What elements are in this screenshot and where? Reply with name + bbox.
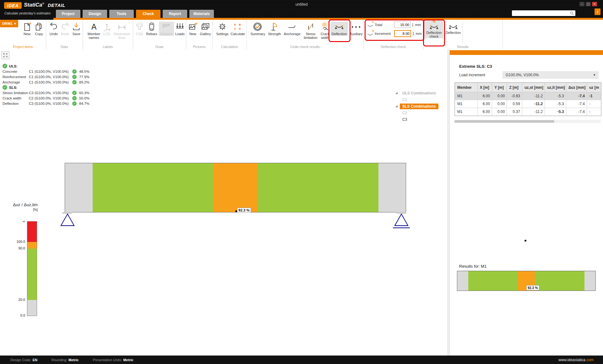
scale-title: Δuz / Δuz,lim (6, 202, 38, 207)
tab-project[interactable]: Project (56, 10, 80, 18)
group-results: % Deflection check Deflection Label extr… (423, 20, 503, 49)
table-column-header[interactable]: uz,st [mm] (522, 83, 545, 92)
table-cell: -5.3 (545, 108, 566, 116)
strength-button[interactable]: Strength (267, 22, 282, 36)
deflection-check-toggle-button[interactable]: % Deflection check (425, 20, 443, 38)
deflection-check-results-button[interactable]: Deflection (330, 22, 348, 36)
fit-view-button[interactable] (1, 51, 9, 59)
tree-expander-icon[interactable] (395, 105, 398, 107)
beam-result-view[interactable] (65, 163, 406, 212)
save-icon (71, 22, 81, 32)
tree-expander-icon[interactable] (395, 92, 398, 94)
stress-limitation-button[interactable]: Stress limitation (302, 22, 319, 40)
table-cell: -5.3 (545, 100, 566, 108)
check-row: AnchorageC1 (G100.0%, V100.0%)✓89.2% (3, 79, 97, 85)
table-cell: - (587, 100, 601, 108)
scale-tick-label: ∞ (23, 219, 25, 223)
increment-spinner[interactable]: ▲▼ (412, 32, 414, 36)
tab-check[interactable]: Check (136, 10, 160, 18)
tree-item-label: C3 (400, 117, 410, 122)
undo-button[interactable]: Undo (48, 22, 59, 36)
beam-segment (257, 163, 378, 212)
panel-splitter[interactable] (448, 50, 450, 356)
anchorage-button[interactable]: Anchorage (283, 22, 301, 36)
summary-check-icon (253, 22, 263, 32)
table-column-header[interactable]: X [m] (477, 83, 492, 92)
table-column-header[interactable]: Member (455, 83, 478, 92)
table-cell: M1 (455, 100, 478, 108)
website-link[interactable]: www.ideastatica.com (558, 358, 594, 362)
table-cell: -7.4 (566, 108, 587, 116)
diagram-button[interactable]: Diagram (159, 22, 174, 36)
check-item-label: Deflection (3, 102, 29, 105)
calculate-button[interactable]: + ×÷ = Calculate (230, 22, 245, 36)
member-names-button[interactable]: A Member names (87, 22, 101, 40)
check-row: ReinforcementC1 (G100.0%, V100.0%)✓77.9% (3, 74, 97, 79)
tree-item-c3[interactable]: C3 (394, 116, 446, 123)
check-ok-icon: ✓ (72, 101, 77, 106)
gallery-button[interactable]: Gallery (199, 22, 212, 36)
table-row[interactable]: M16.000.000.59-11.2-5.3-7.4- (455, 100, 601, 108)
load-increment-dropdown[interactable]: G100.0%, V100.0% ▼ (503, 71, 599, 79)
group-label-project-items: Project items (0, 45, 46, 49)
table-column-header[interactable]: uz,lt [mm] (545, 83, 566, 92)
deflection-display-button[interactable]: Deflection (445, 20, 462, 35)
check-item-value: 48.5% (79, 70, 97, 73)
table-row[interactable]: M16.000.00-0.93-11.2-5.3-7.4-1 (455, 92, 601, 100)
close-button[interactable]: ✕ (592, 2, 597, 6)
table-cell: - (587, 108, 601, 116)
scale-tick-label: 0.0 (20, 313, 25, 317)
table-row[interactable]: M16.000.000.37-11.2-5.3-7.4- (455, 108, 601, 116)
crack-width-button[interactable]: Crack width (319, 22, 331, 40)
table-column-header[interactable]: Δuz [mm] (566, 83, 587, 92)
save-button[interactable]: Save (71, 22, 82, 36)
tab-design[interactable]: Design (83, 10, 107, 18)
maximize-button[interactable]: ▢ (586, 2, 591, 6)
new-picture-button[interactable]: New (187, 22, 198, 36)
tree-item-sls-combinations[interactable]: SLS Combinations (394, 103, 446, 110)
scrollbar-thumb[interactable] (454, 120, 554, 123)
drm-dropdown[interactable]: DRM1▾ (0, 20, 18, 27)
table-column-header[interactable]: Z [m] (507, 83, 522, 92)
beam-segment (584, 271, 595, 291)
search-input[interactable] (512, 11, 570, 15)
loads-button[interactable]: Loads (174, 22, 186, 36)
lcs-axes-icon (102, 22, 112, 32)
total-spinner[interactable]: ▲▼ (412, 23, 414, 27)
increment-input[interactable] (394, 30, 411, 37)
check-item-label: Stress limitation (3, 91, 29, 95)
tree-item-uls-combinations[interactable]: ULS Combinations (394, 90, 446, 96)
info-button[interactable]: i (595, 8, 600, 15)
tree-item-c1[interactable]: C1 (394, 96, 446, 103)
combinations-tree: ULS CombinationsC1SLS CombinationsC2C3 (394, 90, 446, 123)
main-canvas[interactable]: ✓ ULS: ConcreteC1 (G100.0%, V100.0%)✓48.… (0, 50, 448, 356)
deflection-icon (448, 20, 458, 30)
tree-item-label: C1 (400, 97, 410, 103)
summary-button[interactable]: Summary (250, 22, 266, 36)
rebars-icon (147, 22, 157, 32)
check-summary-panel: ✓ ULS: ConcreteC1 (G100.0%, V100.0%)✓48.… (3, 63, 97, 106)
rebars-button[interactable]: Rebars (145, 22, 158, 36)
copy-project-item-button[interactable]: Copy (33, 22, 45, 36)
tree-item-c2[interactable]: C2 (394, 110, 446, 116)
tab-materials[interactable]: Materials (189, 10, 214, 18)
tab-tools[interactable]: Tools (109, 10, 134, 18)
minimize-button[interactable]: – (579, 2, 584, 6)
beam-segment (457, 271, 468, 291)
app-window: IDEA StatiCa® DETAIL Calculate yesterday… (0, 0, 603, 364)
total-input[interactable] (394, 22, 410, 28)
extreme-results-table[interactable]: MemberX [m]Y [m]Z [m]uz,st [mm]uz,lt [mm… (455, 83, 601, 116)
table-hscrollbar[interactable] (454, 120, 601, 123)
settings-button[interactable]: </> Settings (215, 22, 230, 36)
group-label-pictures: Pictures (186, 45, 213, 49)
loads-icon (175, 22, 185, 32)
tab-report[interactable]: Report (163, 10, 187, 18)
increment-row: % Increment ▲▼ mm (367, 30, 422, 37)
table-column-header[interactable]: uz [m (587, 83, 601, 92)
check-item-label: Anchorage (3, 80, 29, 84)
load-increment-value: G100.0%, V100.0% (503, 73, 593, 77)
table-column-header[interactable]: Y [m] (492, 83, 507, 92)
new-project-item-button[interactable]: New (21, 22, 33, 36)
group-code-check-results: Summary Strength Anchorage Stress limita… (247, 20, 364, 49)
auxiliary-button[interactable]: • • • Auxiliary (349, 22, 363, 36)
